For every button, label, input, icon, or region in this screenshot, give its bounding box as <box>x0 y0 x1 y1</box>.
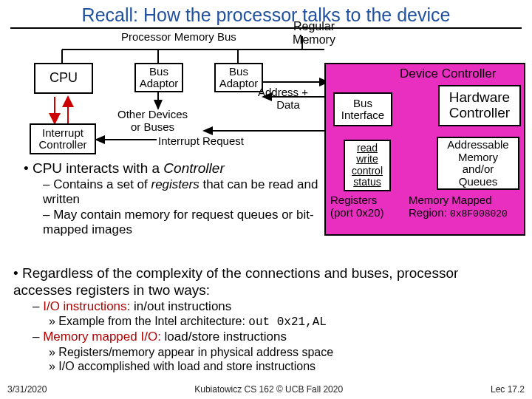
registers-l2: (port 0x20) <box>330 207 384 219</box>
addressable-memory-l4: Queues <box>459 176 498 188</box>
bullet-io-example-a: Example from the Intel architecture: <box>58 315 248 327</box>
bullet-io-instructions: I/O instructions: in/out instructions <box>33 299 519 314</box>
footer-date: 3/31/2020 <box>7 384 47 395</box>
hardware-controller-l1: Hardware <box>449 90 510 106</box>
addressable-memory-l3: and/or <box>463 163 494 176</box>
regular-memory-label: Regular Memory <box>285 18 343 48</box>
addressable-memory-box: Addressable Memory and/or Queues <box>437 137 519 190</box>
bus-interface-l1: Bus <box>353 98 372 110</box>
bus-adaptor-2-l2: Adaptor <box>219 78 259 90</box>
bullet-mmio-ex1: Registers/memory appear in physical addr… <box>49 345 519 359</box>
bus-adaptor-2-l1: Bus <box>229 66 248 78</box>
other-devices-l2: or Buses <box>117 121 188 134</box>
address-data-label: Address + Data <box>258 86 308 111</box>
reg-control: control <box>352 166 383 177</box>
registers-label: Registers (port 0x20) <box>330 194 384 219</box>
registers-l1: Registers <box>330 194 384 207</box>
device-controller-title: Device Controller <box>400 67 496 81</box>
bus-adaptor-2-box: Bus Adaptor <box>214 63 263 92</box>
hardware-controller-l2: Controller <box>449 106 510 121</box>
bus-adaptor-1-box: Bus Adaptor <box>134 63 183 92</box>
cpu-box: CPU <box>34 63 93 94</box>
reg-read: read <box>357 143 378 154</box>
cpu-text: CPU <box>50 71 78 86</box>
bullet-io-instructions-a: I/O instructions: <box>43 299 130 313</box>
address-data-l2: Data <box>268 99 308 112</box>
addressable-memory-l1: Addressable <box>447 139 508 151</box>
bus-adaptor-1-l2: Adaptor <box>140 78 179 90</box>
bullet-cpu-interacts-b: Controller <box>163 160 224 176</box>
footer-right: Lec 17.2 <box>491 384 525 395</box>
bullet-cpu-interacts: CPU interacts with a Controller <box>24 160 331 177</box>
bullet-mmio-b: load/store instructions <box>161 330 287 344</box>
addressable-memory-l2: Memory <box>458 151 498 164</box>
reg-write: write <box>356 154 378 165</box>
processor-memory-bus-label: Processor Memory Bus <box>121 31 236 44</box>
interrupt-controller-l2: Controller <box>38 139 86 151</box>
bullet-mmio-a: Memory mapped I/O: <box>43 330 161 344</box>
memory-mapped-l1: Memory Mapped <box>409 194 508 207</box>
registers-box: read write control status <box>344 140 391 191</box>
bullet-io-example: Example from the Intel architecture: out… <box>49 314 519 330</box>
bullet-registers: Contains a set of registers that can be … <box>43 177 324 208</box>
bullet-memory-queues: May contain memory for request queues or… <box>43 208 324 238</box>
other-devices-l1: Other Devices <box>117 109 188 121</box>
diagram-area: Processor Memory Bus Regular Memory CPU … <box>10 29 522 236</box>
bullet-mmio-ex2: I/O accomplished with load and store ins… <box>49 359 519 373</box>
bullet-regardless: Regardless of the complexity of the conn… <box>13 265 519 299</box>
bullet-cpu-interacts-a: CPU interacts with a <box>33 160 163 176</box>
other-devices-label: Other Devices or Buses <box>117 109 188 133</box>
bus-adaptor-1-l1: Bus <box>149 66 168 78</box>
bullet-mmio: Memory mapped I/O: load/store instructio… <box>33 330 519 344</box>
regular-memory-l1: Regular <box>293 20 335 33</box>
interrupt-controller-l1: Interrupt <box>42 127 83 140</box>
bullet-io-instructions-b: in/out instructions <box>130 299 231 313</box>
bus-interface-l2: Interface <box>341 109 384 122</box>
interrupt-request-label: Interrupt Request <box>158 135 244 148</box>
hardware-controller-box: Hardware Controller <box>438 85 521 126</box>
bullet-registers-b: registers <box>151 177 200 191</box>
memory-mapped-label: Memory Mapped Region: 0x8F008020 <box>409 194 508 219</box>
device-controller-panel: Device Controller Bus Interface Hardware… <box>324 63 525 236</box>
interrupt-controller-box: Interrupt Controller <box>30 123 96 154</box>
footer: 3/31/2020 Kubiatowicz CS 162 © UCB Fall … <box>0 384 532 395</box>
footer-center: Kubiatowicz CS 162 © UCB Fall 2020 <box>194 384 343 395</box>
bus-interface-box: Bus Interface <box>333 92 392 126</box>
memory-mapped-l2a: Region: <box>409 206 450 219</box>
address-data-l1: Address + <box>258 86 308 99</box>
reg-status: status <box>353 177 381 188</box>
bullet-registers-a: Contains a set of <box>53 177 151 191</box>
memory-mapped-l2b: 0x8F008020 <box>450 208 508 219</box>
bullet-io-example-b: out 0x21,AL <box>248 316 327 329</box>
slide-title: Recall: How the processor talks to the d… <box>10 0 522 29</box>
regular-memory-l2: Memory <box>293 33 335 47</box>
